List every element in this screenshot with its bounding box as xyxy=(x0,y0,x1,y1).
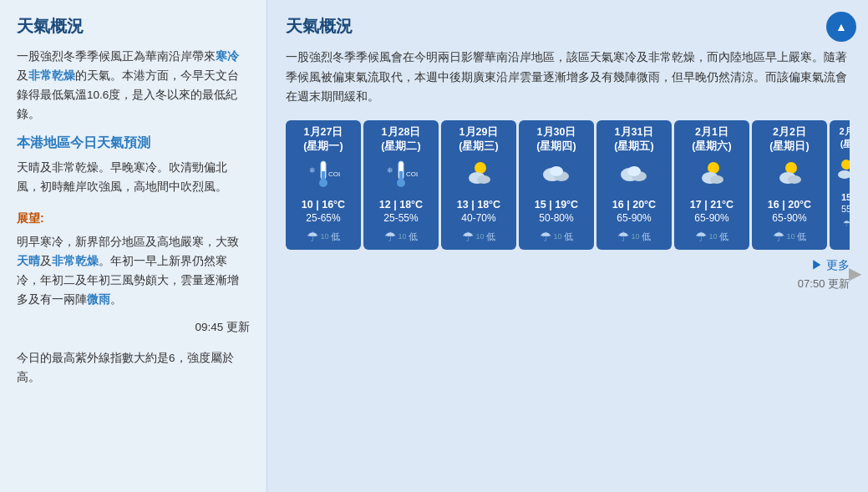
card-5-icon xyxy=(600,160,668,195)
cold-highlight: 寒冷 xyxy=(216,50,239,63)
svg-point-24 xyxy=(788,175,801,184)
right-title: 天氣概況 xyxy=(286,15,850,38)
card-4-humidity: 50-80% xyxy=(522,212,591,224)
card-7-date: 2月2日(星期日) xyxy=(755,125,824,155)
svg-text:❄: ❄ xyxy=(387,166,393,175)
card-3-temp: 13 | 18°C xyxy=(444,199,513,210)
card-6-humidity: 65-90% xyxy=(678,212,746,224)
card-1-rain: ☂ 10 低 xyxy=(289,229,358,245)
card-6-icon xyxy=(678,160,746,195)
card-5-rain: ☂ 10 低 xyxy=(600,229,668,245)
card-4-temp: 15 | 19°C xyxy=(522,199,591,210)
card-1-rain-icon: ☂ xyxy=(307,229,318,245)
card-8-icon xyxy=(833,156,850,189)
svg-point-19 xyxy=(708,162,719,174)
card-5-rain-icon: ☂ xyxy=(617,229,629,245)
card-3-rain-icon: ☂ xyxy=(462,229,474,245)
card-1-temp: 10 | 16°C xyxy=(289,199,358,210)
svg-text:❄: ❄ xyxy=(309,166,316,175)
right-description: 一股強烈冬季季候風會在今明兩日影響華南沿岸地區，該區天氣寒冷及非常乾燥，而內陸地… xyxy=(286,48,850,107)
card-8-temp: 15 xyxy=(833,192,850,202)
svg-point-22 xyxy=(785,162,797,174)
forecast-card-3[interactable]: 1月29日(星期三) 13 | 18°C 40-70% ☂ 10 低 xyxy=(441,120,516,250)
card-4-icon xyxy=(522,160,591,195)
svg-point-10 xyxy=(475,162,486,174)
forecast-text: 天晴及非常乾燥。早晚寒冷。吹清勁偏北風，初時離岸吹強風，高地間中吹烈風。 xyxy=(17,159,250,197)
card-6-date: 2月1日(星期六) xyxy=(678,125,746,155)
card-5-date: 1月31日(星期五) xyxy=(600,125,668,155)
outlook-title: 展望: xyxy=(17,209,250,229)
card-6-rain: ☂ 10 低 xyxy=(678,229,746,245)
forecast-card-8-partial[interactable]: 2月(星 15 55 ☂ xyxy=(830,120,850,250)
card-7-humidity: 65-90% xyxy=(755,212,824,224)
card-3-humidity: 40-70% xyxy=(444,212,513,224)
svg-point-25 xyxy=(841,160,850,170)
right-panel: 天氣概況 一股強烈冬季季候風會在今明兩日影響華南沿岸地區，該區天氣寒冷及非常乾燥… xyxy=(267,0,868,492)
card-2-temp: 12 | 18°C xyxy=(367,199,435,210)
scroll-right-arrow[interactable]: ▶ xyxy=(849,263,861,283)
svg-point-12 xyxy=(477,175,490,184)
svg-rect-2 xyxy=(322,171,325,181)
forecast-cards-container: 1月27日(星期一) ❄ COLD 10 | 16°C 25-65% ☂ 10 … xyxy=(286,120,850,250)
card-4-rain-icon: ☂ xyxy=(540,229,551,245)
card-3-rain: ☂ 10 低 xyxy=(444,229,513,245)
card-8-date: 2月(星 xyxy=(833,125,850,151)
left-intro: 一股強烈冬季季候風正為華南沿岸帶來寒冷及非常乾燥的天氣。本港方面，今早天文台錄得… xyxy=(17,48,250,124)
uv-index-text: 今日的最高紫外線指數大約是6，強度屬於高。 xyxy=(17,349,250,388)
card-4-date: 1月30日(星期四) xyxy=(522,125,591,155)
card-2-date: 1月28日(星期二) xyxy=(367,125,435,155)
card-1-date: 1月27日(星期一) xyxy=(289,125,358,155)
card-8-rain: ☂ xyxy=(833,219,850,228)
forecast-card-6[interactable]: 2月1日(星期六) 17 | 21°C 65-90% ☂ 10 低 xyxy=(674,120,749,250)
card-3-icon xyxy=(444,160,513,195)
card-8-humidity: 55 xyxy=(833,204,850,214)
left-panel: 天氣概況 一股強烈冬季季候風正為華南沿岸帶來寒冷及非常乾燥的天氣。本港方面，今早… xyxy=(0,0,267,492)
svg-point-18 xyxy=(627,166,641,176)
card-4-rain: ☂ 10 低 xyxy=(522,229,591,245)
forecast-card-4[interactable]: 1月30日(星期四) 15 | 19°C 50-80% ☂ 10 低 xyxy=(519,120,594,250)
svg-text:COLD: COLD xyxy=(406,170,418,178)
up-arrow-button[interactable] xyxy=(826,12,856,42)
card-6-temp: 17 | 21°C xyxy=(678,199,746,210)
card-1-humidity: 25-65% xyxy=(289,212,358,224)
forecast-section-title: 本港地區今日天氣預測 xyxy=(17,134,250,152)
more-link[interactable]: ▶ 更多 xyxy=(286,258,850,273)
forecast-card-2[interactable]: 1月28日(星期二) ❄ COLD 12 | 18°C 25-55% ☂ 10 … xyxy=(363,120,439,250)
svg-point-26 xyxy=(838,170,850,179)
card-7-icon xyxy=(755,160,824,195)
card-2-humidity: 25-55% xyxy=(367,212,435,224)
svg-text:COLD: COLD xyxy=(328,170,340,178)
outlook-text: 明早寒冷，新界部分地區及高地嚴寒，大致天晴及非常乾燥。年初一早上新界仍然寒冷，年… xyxy=(17,233,250,310)
card-7-rain: ☂ 10 低 xyxy=(755,229,824,245)
card-7-rain-icon: ☂ xyxy=(773,229,784,245)
svg-rect-7 xyxy=(399,171,403,181)
card-2-rain-icon: ☂ xyxy=(384,229,396,245)
svg-point-21 xyxy=(710,175,723,184)
card-2-rain: ☂ 10 低 xyxy=(367,229,435,245)
card-2-icon: ❄ COLD xyxy=(367,160,435,195)
forecast-card-5[interactable]: 1月31日(星期五) 16 | 20°C 65-90% ☂ 10 低 xyxy=(596,120,672,250)
forecast-card-1[interactable]: 1月27日(星期一) ❄ COLD 10 | 16°C 25-65% ☂ 10 … xyxy=(286,120,361,250)
dry-highlight: 非常乾燥 xyxy=(28,69,75,82)
card-5-temp: 16 | 20°C xyxy=(600,199,668,210)
card-1-icon: ❄ COLD xyxy=(289,160,358,195)
svg-point-15 xyxy=(550,166,563,176)
right-update-time: 07:50 更新 xyxy=(286,276,850,292)
card-7-temp: 16 | 20°C xyxy=(755,199,824,210)
card-3-date: 1月29日(星期三) xyxy=(444,125,513,155)
left-update-time: 09:45 更新 xyxy=(17,318,250,337)
forecast-card-7[interactable]: 2月2日(星期日) 16 | 20°C 65-90% ☂ 10 低 xyxy=(752,120,827,250)
card-6-rain-icon: ☂ xyxy=(695,229,707,245)
left-title: 天氣概況 xyxy=(17,15,250,38)
card-5-humidity: 65-90% xyxy=(600,212,668,224)
